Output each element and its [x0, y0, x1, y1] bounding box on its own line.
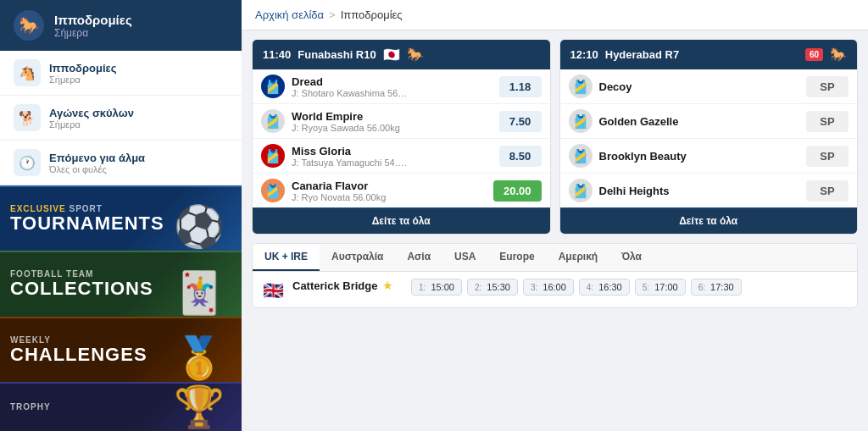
racing-area: 11:40 Funabashi R10 🇯🇵 🐎 🎽 Dread J: Shot…: [242, 30, 868, 431]
race2-horse-silks-4: 🎽: [569, 179, 593, 202]
clock-icon: 🕐: [14, 149, 41, 176]
race-time-2: 12:10: [570, 48, 598, 61]
time-val-3: 16:00: [540, 282, 566, 292]
race-name-2: Hyderabad R7: [605, 48, 679, 61]
horse-silks-3: 🎽: [261, 144, 285, 168]
promo-collections-image: 🃏: [157, 251, 242, 316]
promo-trophy-image: 🏆: [157, 382, 242, 431]
time-chip-5[interactable]: 5: 17:00: [635, 279, 686, 296]
race2-horse-odds-3[interactable]: SP: [806, 146, 849, 167]
nav-jump-sub: Όλες οι φυλές: [49, 164, 145, 174]
horse-icon: 🐴: [14, 59, 41, 86]
tabs-nav: UK + IRE Αυστραλία Ασία USA Europe Αμερι…: [253, 244, 857, 272]
table-row: 🎽 Decoy SP: [560, 69, 858, 104]
sidebar-header[interactable]: 🐎 Ιπποδρομίες Σήμερα: [0, 0, 242, 51]
race2-horse-silks-3: 🎽: [569, 144, 593, 168]
sidebar-item-horse-racing[interactable]: 🐴 Ιπποδρομίες Σήμερα: [0, 51, 242, 96]
race-name-1: Funabashi R10: [298, 48, 376, 61]
promo-challenges-big: CHALLENGES: [10, 345, 147, 365]
see-all-btn-1[interactable]: Δείτε τα όλα: [253, 207, 550, 234]
horse-silks-4: 🎽: [261, 179, 285, 202]
venue-name-area: Catterick Bridge ★: [292, 279, 403, 292]
breadcrumb-home[interactable]: Αρχική σελίδα: [255, 8, 324, 21]
horse-odds-2[interactable]: 7.50: [499, 111, 542, 132]
horse-name-1: Dread: [292, 75, 492, 88]
race-header-1: 11:40 Funabashi R10 🇯🇵 🐎: [253, 40, 550, 69]
race2-horse-info-4: Delhi Heights: [599, 185, 800, 197]
venue-flag: 🇬🇧: [263, 280, 284, 301]
promo-trophy-small: TROPHY: [10, 402, 51, 412]
horse-odds-1[interactable]: 1.18: [499, 76, 542, 97]
race2-horse-silks-2: 🎽: [569, 109, 593, 133]
race-panel-1: 11:40 Funabashi R10 🇯🇵 🐎 🎽 Dread J: Shot…: [252, 39, 551, 235]
tab-asia[interactable]: Ασία: [395, 244, 442, 271]
race2-horse-odds-4[interactable]: SP: [806, 180, 849, 202]
sidebar: 🐎 Ιπποδρομίες Σήμερα 🐴 Ιπποδρομίες Σήμερ…: [0, 0, 242, 431]
horse-name-2: World Empire: [292, 110, 492, 123]
horse-info-3: Miss Gloria J: Tatsuya Yamaguchi 54….: [292, 145, 492, 168]
race2-horse-silks-1: 🎽: [569, 75, 593, 98]
horse-odds-3[interactable]: 8.50: [499, 146, 542, 167]
time-val-4: 16:30: [596, 282, 622, 292]
race-rows-2: 🎽 Decoy SP 🎽 Golden Gazelle SP: [560, 69, 858, 207]
venue-star-icon[interactable]: ★: [382, 279, 393, 292]
horse-info-1: Dread J: Shotaro Kawashima 56…: [292, 75, 492, 98]
table-row: 🎽 World Empire J: Ryoya Sawada 56.00kg 7…: [253, 104, 550, 139]
time-chip-1[interactable]: 1: 15:00: [411, 279, 462, 296]
promo-collections-banner[interactable]: FOOTBALL TeAM COLLECTIONS 🃏: [0, 251, 242, 316]
race-header-2: 12:10 Hyderabad R7 60 🐎: [560, 40, 858, 69]
nav-horse-sub: Σήμερα: [49, 75, 116, 85]
tabs-area: UK + IRE Αυστραλία Ασία USA Europe Αμερι…: [252, 243, 858, 308]
main-content: Αρχική σελίδα > Ιπποδρομίες 11:40 Funaba…: [242, 0, 868, 431]
horse-jockey-2: J: Ryoya Sawada 56.00kg: [292, 123, 492, 133]
promo-challenges-banner[interactable]: WEEKLY CHALLENGES 🥇: [0, 317, 242, 382]
breadcrumb-separator: >: [329, 8, 336, 21]
tab-europe[interactable]: Europe: [487, 244, 546, 271]
time-chip-3[interactable]: 3: 16:00: [523, 279, 574, 296]
promo-tournaments-banner[interactable]: EXcLUSIVE SPORT TOURNAMENTS ⚽: [0, 185, 242, 251]
sidebar-header-subtitle: Σήμερα: [54, 27, 132, 39]
nav-dog-title: Αγώνες σκύλων: [49, 107, 134, 119]
see-all-btn-2[interactable]: Δείτε τα όλα: [560, 207, 858, 234]
race2-horse-name-2: Golden Gazelle: [599, 115, 800, 128]
list-item: 🇬🇧 Catterick Bridge ★ 1: 15:00 2: 15:30 …: [263, 279, 847, 301]
race-time-1: 11:40: [263, 48, 291, 61]
race-horse-icon-2: 🐎: [830, 47, 847, 63]
tab-australia[interactable]: Αυστραλία: [320, 244, 395, 271]
race2-horse-info-2: Golden Gazelle: [599, 115, 800, 128]
horse-name-4: Canaria Flavor: [292, 180, 487, 192]
time-chip-4[interactable]: 4: 16:30: [579, 279, 630, 296]
time-chip-6[interactable]: 6: 17:30: [691, 279, 742, 296]
time-num-2: 2:: [475, 283, 481, 292]
race2-horse-name-3: Brooklyn Beauty: [599, 150, 800, 163]
race2-horse-odds-2[interactable]: SP: [806, 111, 849, 132]
sidebar-nav: 🐴 Ιπποδρομίες Σήμερα 🐕 Αγώνες σκύλων Σήμ…: [0, 51, 242, 185]
table-row: 🎽 Delhi Heights SP: [560, 174, 858, 207]
tab-usa[interactable]: USA: [442, 244, 487, 271]
sidebar-item-next-jump[interactable]: 🕐 Επόμενο για άλμα Όλες οι φυλές: [0, 141, 242, 185]
time-num-3: 3:: [531, 283, 537, 292]
horse-jockey-3: J: Tatsuya Yamaguchi 54….: [292, 157, 492, 168]
nav-dog-sub: Σήμερα: [49, 119, 134, 130]
venue-name: Catterick Bridge: [292, 279, 377, 292]
sidebar-item-dog-racing[interactable]: 🐕 Αγώνες σκύλων Σήμερα: [0, 96, 242, 141]
nav-horse-title: Ιπποδρομίες: [49, 62, 116, 75]
race-badge-2: 60: [805, 48, 823, 61]
promo-tournaments-image: ⚽: [157, 185, 242, 251]
time-num-1: 1:: [419, 283, 426, 292]
race-panels: 11:40 Funabashi R10 🇯🇵 🐎 🎽 Dread J: Shot…: [252, 39, 858, 235]
horse-odds-4[interactable]: 20.00: [493, 180, 542, 202]
race2-horse-odds-1[interactable]: SP: [806, 76, 849, 97]
horse-silks-2: 🎽: [261, 109, 285, 133]
tab-uk-ire[interactable]: UK + IRE: [253, 244, 320, 271]
table-row: 🎽 Miss Gloria J: Tatsuya Yamaguchi 54…. …: [253, 139, 550, 174]
breadcrumb-current: Ιπποδρομίες: [341, 8, 403, 21]
tab-all[interactable]: Όλα: [609, 244, 654, 271]
race2-horse-name-4: Delhi Heights: [599, 185, 800, 197]
time-chip-2[interactable]: 2: 15:30: [467, 279, 518, 296]
time-val-1: 15:00: [428, 282, 454, 292]
tab-america[interactable]: Αμερική: [547, 244, 609, 271]
promo-trophy-banner[interactable]: TROPHY 🏆: [0, 382, 242, 431]
venue-times: 1: 15:00 2: 15:30 3: 16:00 4: 16:30 5: 1…: [411, 279, 847, 296]
race-horse-icon-1: 🐎: [407, 47, 424, 63]
